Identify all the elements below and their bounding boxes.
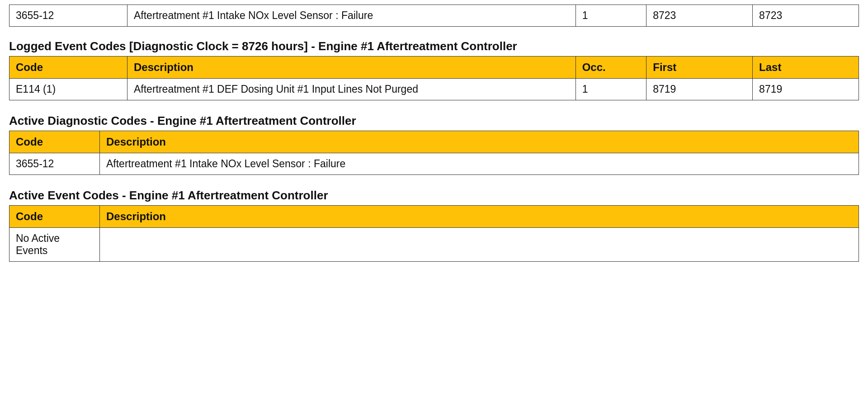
logged-description: Aftertreatment #1 DEF Dosing Unit #1 Inp… [127, 79, 576, 100]
top-description-cell: Aftertreatment #1 Intake NOx Level Senso… [127, 5, 576, 27]
logged-events-header-row: Code Description Occ. First Last [9, 57, 859, 79]
logged-last: 8719 [753, 79, 859, 100]
col-description: Description [100, 206, 859, 228]
col-last: Last [753, 57, 859, 79]
logged-events-section: Logged Event Codes [Diagnostic Clock = 8… [9, 39, 859, 100]
active-event-section: Active Event Codes - Engine #1 Aftertrea… [9, 189, 859, 262]
col-description: Description [100, 131, 859, 153]
active-event-table: Code Description No Active Events [9, 205, 859, 262]
logged-events-table: Code Description Occ. First Last E114 (1… [9, 56, 859, 100]
table-row: 3655-12 Aftertreatment #1 Intake NOx Lev… [9, 5, 859, 27]
col-occ: Occ. [576, 57, 646, 79]
top-last-cell: 8723 [753, 5, 859, 27]
table-row: 3655-12 Aftertreatment #1 Intake NOx Lev… [9, 153, 859, 175]
active-diag-code: 3655-12 [9, 153, 100, 175]
col-code: Code [9, 57, 127, 79]
active-event-description [100, 228, 859, 262]
col-first: First [646, 57, 753, 79]
table-row: E114 (1) Aftertreatment #1 DEF Dosing Un… [9, 79, 859, 100]
top-code-cell: 3655-12 [9, 5, 127, 27]
col-code: Code [9, 131, 100, 153]
active-diagnostic-table: Code Description 3655-12 Aftertreatment … [9, 131, 859, 175]
active-diagnostic-heading: Active Diagnostic Codes - Engine #1 Afte… [9, 114, 859, 128]
active-event-heading: Active Event Codes - Engine #1 Aftertrea… [9, 189, 859, 203]
logged-events-heading: Logged Event Codes [Diagnostic Clock = 8… [9, 39, 859, 53]
active-event-code: No Active Events [9, 228, 100, 262]
active-diagnostic-header-row: Code Description [9, 131, 859, 153]
table-row: No Active Events [9, 228, 859, 262]
top-first-cell: 8723 [646, 5, 753, 27]
active-diag-description: Aftertreatment #1 Intake NOx Level Senso… [100, 153, 859, 175]
col-description: Description [127, 57, 576, 79]
logged-code: E114 (1) [9, 79, 127, 100]
col-code: Code [9, 206, 100, 228]
page-container: 3655-12 Aftertreatment #1 Intake NOx Lev… [0, 0, 868, 284]
top-occ-cell: 1 [576, 5, 646, 27]
active-diagnostic-section: Active Diagnostic Codes - Engine #1 Afte… [9, 114, 859, 175]
top-partial-table: 3655-12 Aftertreatment #1 Intake NOx Lev… [9, 5, 859, 27]
logged-occ: 1 [576, 79, 646, 100]
logged-first: 8719 [646, 79, 753, 100]
active-event-header-row: Code Description [9, 206, 859, 228]
